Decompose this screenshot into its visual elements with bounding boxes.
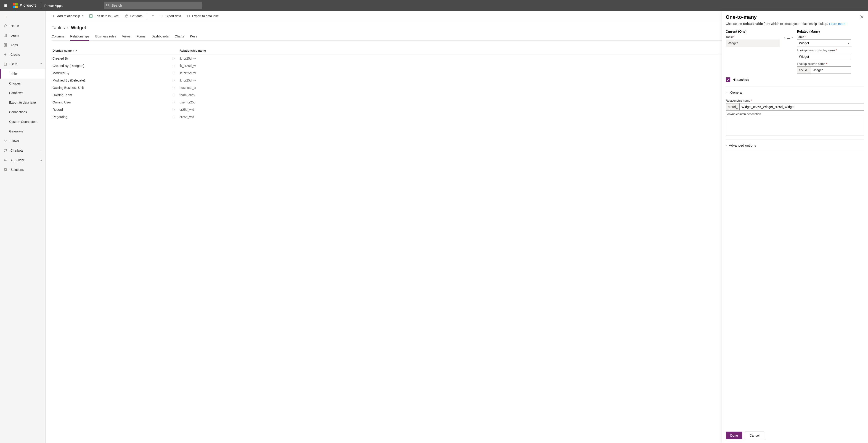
nav-item-chatbots[interactable]: Chatbots⌄: [0, 146, 45, 155]
nav-item-ai-builder[interactable]: AI Builder⌄: [0, 155, 45, 165]
tab-columns[interactable]: Columns: [52, 33, 64, 40]
relationship-name-input[interactable]: [739, 103, 864, 110]
nav-item-custom-connectors[interactable]: Custom Connectors: [0, 117, 45, 127]
nav-item-gateways[interactable]: Gateways: [0, 127, 45, 136]
top-header: Microsoft Power Apps: [0, 0, 868, 11]
lookup-display-input[interactable]: [797, 53, 851, 60]
row-more-button[interactable]: ⋯: [172, 71, 175, 75]
learn-more-link[interactable]: Learn more: [829, 22, 845, 26]
nav-item-dataflows[interactable]: Dataflows: [0, 88, 45, 98]
lookup-name-prefix: cr25d_: [797, 66, 811, 74]
nav-label: Flows: [10, 139, 19, 143]
tab-charts[interactable]: Charts: [175, 33, 184, 40]
row-more-button[interactable]: ⋯: [172, 86, 175, 90]
nav-item-apps[interactable]: Apps: [0, 40, 45, 50]
divider: [726, 151, 864, 151]
row-more-button[interactable]: ⋯: [172, 108, 175, 112]
app-launcher-button[interactable]: [0, 0, 11, 11]
column-header-display-name[interactable]: Display name ↑ ▾: [52, 49, 180, 52]
tab-keys[interactable]: Keys: [190, 33, 197, 40]
nav-item-create[interactable]: Create: [0, 50, 45, 59]
close-button[interactable]: [859, 14, 864, 20]
svg-rect-9: [4, 45, 5, 46]
tab-relationships[interactable]: Relationships: [70, 33, 89, 40]
nav-label: Tables: [9, 72, 18, 75]
nav-collapse-button[interactable]: [0, 11, 45, 21]
plus-icon: [3, 53, 7, 57]
lookup-description-input[interactable]: [726, 117, 864, 135]
chevron-down-icon: ⌄: [40, 158, 42, 162]
svg-rect-13: [4, 63, 7, 65]
nav-label: Dataflows: [9, 91, 23, 95]
edit-excel-button[interactable]: Edit data in Excel: [87, 13, 121, 19]
nav-label: AI Builder: [10, 158, 25, 162]
search-box[interactable]: [104, 2, 202, 9]
excel-icon: [89, 14, 93, 18]
relationship-name-label: Relationship name*: [726, 99, 864, 102]
nav-item-choices[interactable]: Choices: [0, 78, 45, 88]
current-table-field: Widget: [726, 39, 780, 47]
related-many-heading: Related (Many): [797, 30, 851, 33]
nav-item-connections[interactable]: Connections: [0, 107, 45, 117]
nav-item-tables[interactable]: Tables: [0, 69, 45, 78]
export-lake-button[interactable]: Export to data lake: [185, 13, 221, 19]
plus-icon: [52, 14, 55, 18]
cmd-label: Export data: [165, 14, 181, 18]
related-table-select[interactable]: Widget▾: [797, 39, 851, 47]
general-expander[interactable]: ⌄ General: [726, 90, 864, 95]
export-data-button[interactable]: Export data: [157, 13, 183, 19]
row-more-button[interactable]: ⋯: [172, 115, 175, 119]
nav-label: Gateways: [9, 129, 23, 133]
lookup-display-label: Lookup column display name*: [797, 49, 851, 52]
done-button[interactable]: Done: [726, 432, 742, 439]
nav-label: Solutions: [10, 168, 24, 171]
nav-label: Learn: [10, 34, 19, 37]
hierarchical-label: Hierarchical: [733, 78, 749, 82]
add-relationship-button[interactable]: Add relationship ▾: [50, 13, 86, 19]
nav-item-home[interactable]: Home: [0, 21, 45, 31]
nav-label: Home: [10, 24, 19, 28]
chevron-right-icon: ›: [67, 25, 69, 30]
tab-dashboards[interactable]: Dashboards: [151, 33, 169, 40]
nav-label: Export to data lake: [9, 101, 36, 104]
breadcrumb-parent[interactable]: Tables: [52, 25, 65, 30]
row-display-name: Owning Business Unit: [53, 86, 84, 90]
row-display-name: Regarding: [53, 115, 67, 119]
nav-item-data[interactable]: Data⌃: [0, 59, 45, 69]
get-data-button[interactable]: Get data: [123, 13, 145, 19]
row-more-button[interactable]: ⋯: [172, 93, 175, 97]
nav-label: Apps: [10, 43, 18, 47]
nav-item-export-to-data-lake[interactable]: Export to data lake: [0, 98, 45, 107]
row-more-button[interactable]: ⋯: [172, 57, 175, 60]
nav-item-learn[interactable]: Learn: [0, 31, 45, 40]
advanced-options-expander[interactable]: › Advanced options: [726, 143, 864, 148]
nav-item-solutions[interactable]: Solutions: [0, 165, 45, 175]
chevron-down-icon: ▾: [82, 14, 84, 18]
database-icon: [125, 14, 129, 18]
row-more-button[interactable]: ⋯: [172, 100, 175, 104]
tab-business-rules[interactable]: Business rules: [95, 33, 116, 40]
nav-item-flows[interactable]: Flows: [0, 136, 45, 146]
svg-point-26: [126, 14, 128, 15]
row-more-button[interactable]: ⋯: [172, 64, 175, 68]
row-display-name: Modified By (Delegate): [53, 78, 85, 82]
current-table-label: Table*: [726, 35, 780, 39]
get-data-dropdown[interactable]: ▾: [150, 13, 156, 18]
book-icon: [3, 33, 7, 37]
row-display-name: Modified By: [53, 71, 69, 75]
tab-views[interactable]: Views: [122, 33, 130, 40]
nav-label: Connections: [9, 110, 27, 114]
left-nav: HomeLearnAppsCreateData⌃TablesChoicesDat…: [0, 11, 46, 443]
panel-description: Choose the Related table from which to c…: [726, 22, 864, 26]
hierarchical-checkbox[interactable]: [726, 77, 730, 82]
cancel-button[interactable]: Cancel: [745, 432, 764, 439]
row-more-button[interactable]: ⋯: [172, 78, 175, 82]
nav-label: Create: [10, 53, 20, 56]
svg-line-1: [108, 6, 109, 7]
tab-forms[interactable]: Forms: [136, 33, 146, 40]
search-input[interactable]: [112, 4, 199, 7]
row-display-name: Owning User: [53, 100, 71, 104]
cmd-label: Export to data lake: [192, 14, 219, 18]
lookup-name-input[interactable]: [811, 66, 851, 74]
lookup-description-label: Lookup column description: [726, 112, 864, 116]
